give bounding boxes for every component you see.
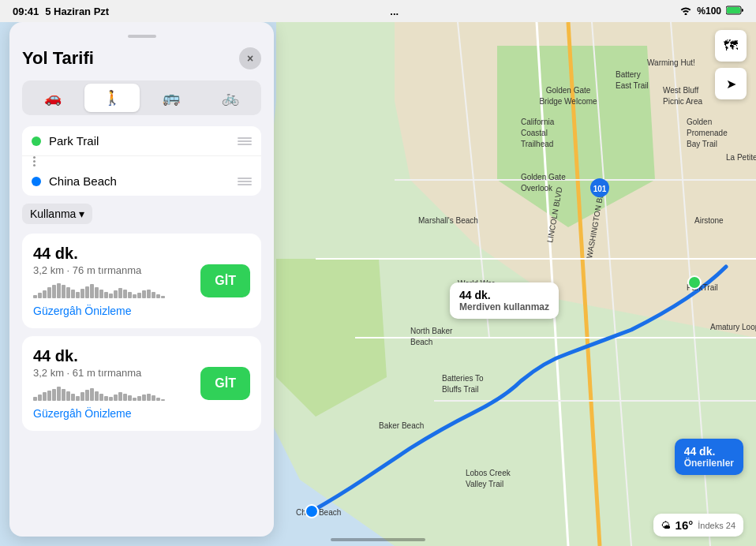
route-preview-1[interactable]: Güzergâh Önizleme [33,305,193,317]
route-time-1: 44 dk. [33,245,193,263]
svg-text:101: 101 [593,185,607,193]
to-drag-icon [238,178,252,185]
sidebar: Yol Tarifi × 🚗 🚶 🚌 🚲 Park Trail [9,22,274,537]
route-card-2: 44 dk. 3,2 km · 61 m tırmanma [22,336,261,431]
location-icon: ➤ [726,77,736,92]
svg-text:Battery: Battery [616,70,641,79]
svg-text:Baker Beach: Baker Beach [379,421,424,430]
weather-icon: 🌤 [661,520,671,531]
svg-text:Coastal: Coastal [521,129,548,137]
callout1-detail: Merdiven kullanmaz [459,301,549,312]
svg-text:Warming Hut!: Warming Hut! [647,58,695,67]
route-details-1: 3,2 km · 76 m tırmanma [33,264,193,276]
svg-point-48 [305,505,318,518]
close-button[interactable]: × [239,47,261,69]
svg-text:East Trail: East Trail [616,81,649,90]
svg-text:Golden: Golden [687,118,712,126]
home-indicator [331,538,425,541]
svg-rect-1 [727,7,740,13]
route-row-1: 44 dk. 3,2 km · 76 m tırmanma [33,245,250,317]
route-info-1: 44 dk. 3,2 km · 76 m tırmanma [33,245,193,317]
svg-text:Valley Trail: Valley Trail [466,480,503,488]
wifi-icon [679,6,692,17]
svg-text:Bridge Welcome: Bridge Welcome [539,97,597,106]
to-text: China Beach [49,174,230,188]
svg-text:California: California [521,118,555,126]
drag-handle [128,35,156,38]
status-date: 5 Haziran Pzt [45,6,109,17]
usage-chevron: ▾ [79,208,84,220]
map-callout-1: 44 dk. Merdiven kullanmaz [450,282,559,319]
map-controls: 🗺 ➤ [715,30,747,99]
to-row[interactable]: China Beach [22,166,261,196]
status-bar: 09:41 5 Haziran Pzt ... %100 [0,0,756,22]
route-preview-2[interactable]: Güzergâh Önizleme [33,407,193,420]
svg-text:Airstone: Airstone [694,216,724,225]
to-dot [32,177,41,186]
status-left: 09:41 5 Haziran Pzt [13,6,109,17]
location-inputs: Park Trail China Beach [22,126,261,196]
from-text: Park Trail [49,134,230,148]
status-center: ... [390,6,399,17]
map-icon: 🗺 [724,38,738,54]
map-view-button[interactable]: 🗺 [715,30,747,62]
sidebar-title: Yol Tarifi [22,48,94,69]
svg-text:La Petite Baleén: La Petite Baleén [726,153,756,162]
callout2-detail: Önerilenler [684,458,734,469]
svg-text:Beach: Beach [410,338,432,346]
status-time: 09:41 [13,6,39,17]
callout1-time: 44 dk. [459,289,549,301]
svg-text:Golden Gate: Golden Gate [546,86,591,95]
route-row-2: 44 dk. 3,2 km · 61 m tırmanma [33,347,250,420]
svg-text:Bluffs Trail: Bluffs Trail [442,385,479,394]
map-callout-2: 44 dk. Önerilenler [675,439,743,475]
tab-transit[interactable]: 🚌 [144,84,199,112]
svg-text:Overlook: Overlook [521,184,553,193]
tab-bike[interactable]: 🚲 [204,84,258,112]
svg-text:Marshall's Beach: Marshall's Beach [418,216,478,225]
go-button-1[interactable]: GİT [200,264,250,297]
svg-text:Promenade: Promenade [687,129,728,137]
svg-text:Batteries To: Batteries To [442,374,484,383]
transport-tabs: 🚗 🚶 🚌 🚲 [22,80,261,115]
weather-widget: 🌤 16° İndeks 24 [653,514,743,537]
status-right: %100 [679,6,743,17]
route-details-2: 3,2 km · 61 m tırmanma [33,367,193,379]
elevation-bar-2 [33,385,193,401]
status-dots: ... [390,6,399,17]
from-row[interactable]: Park Trail [22,126,261,156]
svg-text:Picnic Area: Picnic Area [663,97,702,106]
callout2-time: 44 dk. [684,445,734,458]
location-button[interactable]: ➤ [715,68,747,99]
svg-text:North Baker: North Baker [410,327,453,335]
svg-text:West Bluff: West Bluff [663,86,698,95]
svg-point-47 [688,276,701,289]
route-info-2: 44 dk. 3,2 km · 61 m tırmanma [33,347,193,420]
usage-label: Kullanma [30,208,76,220]
svg-text:Lobos Creek: Lobos Creek [466,469,511,477]
usage-dropdown[interactable]: Kullanma ▾ [22,204,92,224]
svg-text:Golden Gate: Golden Gate [521,173,566,181]
from-dot [32,136,41,146]
from-drag-icon [238,137,252,145]
svg-text:Bay Trail: Bay Trail [687,140,717,148]
route-time-2: 44 dk. [33,347,193,365]
svg-text:Trailhead: Trailhead [521,140,553,148]
go-button-2[interactable]: GİT [200,367,250,400]
elevation-bar-1 [33,282,193,298]
weather-index: İndeks 24 [698,521,735,530]
svg-text:Amatury Loop: Amatury Loop [710,323,756,331]
tab-walk[interactable]: 🚶 [84,84,139,112]
tab-car[interactable]: 🚗 [25,84,80,112]
sidebar-header: Yol Tarifi × [22,47,261,69]
route-card-1: 44 dk. 3,2 km · 76 m tırmanma [22,234,261,328]
battery-label: %100 [697,6,721,17]
weather-temp: 16° [676,518,694,532]
battery-icon [726,6,743,17]
